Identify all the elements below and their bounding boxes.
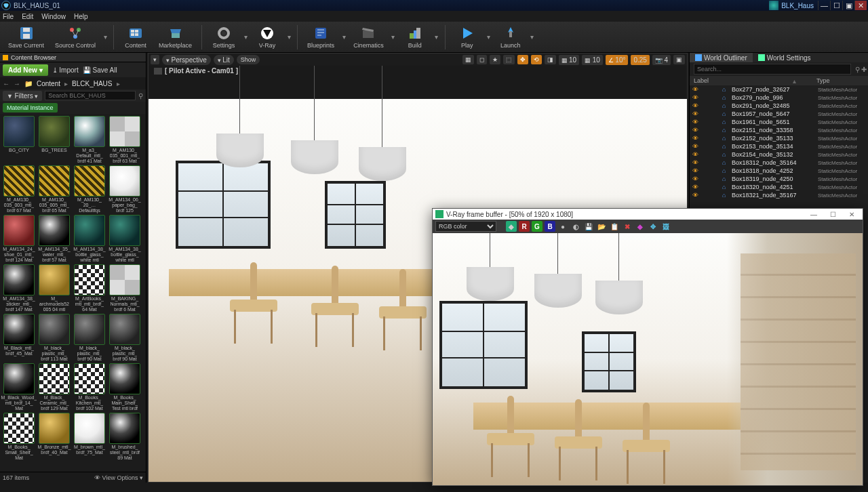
- asset-item[interactable]: BG_CITY: [2, 116, 36, 164]
- camera-speed-button[interactable]: 📷 4: [652, 55, 671, 65]
- visibility-icon[interactable]: 👁: [692, 127, 699, 134]
- asset-item[interactable]: M_a3_ Default_mtl_ brdf 41 Mat: [73, 116, 106, 164]
- bookmark-button[interactable]: ★: [490, 55, 500, 64]
- visibility-icon[interactable]: 👁: [692, 159, 699, 166]
- crumb-content[interactable]: Content: [37, 80, 60, 87]
- visibility-icon[interactable]: 👁: [692, 143, 699, 150]
- build-button[interactable]: Build: [399, 23, 431, 52]
- outliner-row[interactable]: 👁⌂Box2153_node_35134StaticMeshActor: [690, 142, 868, 150]
- outliner-row[interactable]: 👁⌂Box18318_node_4252StaticMeshActor: [690, 167, 868, 175]
- visibility-icon[interactable]: 👁: [692, 151, 699, 158]
- outliner-row[interactable]: 👁⌂Box18312_node_35164StaticMeshActor: [690, 159, 868, 167]
- view-options-button[interactable]: 👁 View Options ▾: [94, 474, 143, 481]
- search-icon[interactable]: ⚲: [138, 92, 143, 100]
- minimize-button[interactable]: —: [818, 1, 830, 10]
- outliner-row[interactable]: 👁⌂Box18320_node_4251StaticMeshActor: [690, 183, 868, 191]
- asset-item[interactable]: M_ archmodels52 005 04 mtl: [37, 264, 71, 312]
- settings-dropdown[interactable]: ▾: [243, 23, 248, 52]
- vfb-channel-select[interactable]: RGB color: [435, 221, 496, 232]
- show-button[interactable]: Show: [237, 55, 260, 64]
- asset-item[interactable]: M_BAKING_ Normals_mtl_ brdf 6 Mat: [108, 264, 142, 312]
- source-control-button[interactable]: Source Control: [51, 23, 100, 52]
- viewport-max-button[interactable]: ▣: [673, 55, 685, 64]
- asset-item[interactable]: M_brown_mtl_ brdf_75_Mat: [73, 413, 106, 461]
- search-icon[interactable]: ⚲: [855, 66, 860, 73]
- asset-item[interactable]: M_AM134_35_ water_mtl_ brdf 57 Mat: [37, 215, 71, 263]
- visibility-icon[interactable]: 👁: [692, 167, 699, 174]
- immersive-button[interactable]: ◻: [477, 55, 487, 64]
- asset-item[interactable]: M_Bronze_mtl_ brdf_40_Mat: [37, 413, 71, 461]
- outliner-row[interactable]: 👁⌂Box2151_node_33358StaticMeshActor: [690, 126, 868, 134]
- eject-icon[interactable]: [154, 68, 162, 75]
- nav-back-icon[interactable]: ←: [3, 80, 9, 87]
- asset-item[interactable]: M_AM134_38_ bottle_glass_ white mtl: [73, 215, 106, 263]
- asset-item[interactable]: M_AM130_ 20_… Defaultfqs: [73, 165, 106, 213]
- nav-fwd-icon[interactable]: →: [14, 80, 20, 87]
- asset-item[interactable]: M_AM130_ 035_001_mtl_ brdf 63 Mat: [108, 116, 142, 164]
- vfb-region-button[interactable]: ✥: [648, 221, 658, 232]
- marketplace-button[interactable]: Marketplace: [155, 23, 196, 52]
- tab-world-settings[interactable]: World Settings: [753, 53, 816, 62]
- vfb-clear-button[interactable]: ✖: [622, 221, 633, 232]
- menu-help[interactable]: Help: [74, 13, 88, 20]
- asset-item[interactable]: BG_TREES: [37, 116, 71, 164]
- visibility-icon[interactable]: 👁: [692, 192, 699, 199]
- outliner-row[interactable]: 👁⌂Box279_node_996StaticMeshActor: [690, 94, 868, 102]
- visibility-icon[interactable]: 👁: [692, 176, 699, 182]
- vfb-copy-button[interactable]: 📋: [609, 221, 620, 232]
- asset-item[interactable]: M_AM134_38_ bottle_glass_ white mtl: [108, 215, 142, 263]
- vfb-maximize-button[interactable]: ☐: [825, 209, 841, 219]
- select-button[interactable]: ⬚: [503, 55, 515, 64]
- col-type[interactable]: Type: [816, 77, 864, 84]
- vfb-save-button[interactable]: 💾: [583, 221, 594, 232]
- asset-item[interactable]: M_AM130_ 035_005_mtl_ brdf 65 Mat: [37, 165, 71, 213]
- build-dropdown[interactable]: ▾: [434, 23, 439, 52]
- asset-item[interactable]: M_Books_ Main_Shelf_ Test mtl brdf: [108, 363, 142, 411]
- asset-item[interactable]: M_AM134_06_ paper_bag_ brdf 125: [108, 165, 142, 213]
- asset-item[interactable]: M_Black_mtl_ brdf_45_Mat: [2, 314, 36, 362]
- snap-grid-button[interactable]: ▦ 10: [559, 55, 580, 65]
- maximize2-button[interactable]: ▣: [842, 1, 854, 10]
- snap-grid2-button[interactable]: ▦ 10: [582, 55, 603, 65]
- visibility-icon[interactable]: 👁: [692, 135, 699, 142]
- translate-button[interactable]: ✥: [517, 55, 528, 64]
- asset-item[interactable]: M_Books_ Small_Shelf_ Mat: [2, 413, 36, 461]
- outliner-row[interactable]: 👁⌂Box2152_node_35133StaticMeshActor: [690, 134, 868, 142]
- save-all-button[interactable]: 💾 Save All: [83, 66, 117, 74]
- outliner-row[interactable]: 👁⌂Box18321_node_35167StaticMeshActor: [690, 191, 868, 199]
- launch-button[interactable]: Launch: [494, 23, 527, 52]
- maximize-button[interactable]: ☐: [830, 1, 842, 10]
- menu-file[interactable]: File: [3, 13, 14, 20]
- close-button[interactable]: ✕: [854, 1, 867, 10]
- perspective-button[interactable]: ▾ Perspective: [162, 55, 211, 65]
- vfb-link-button[interactable]: ◆: [635, 221, 646, 232]
- vfb-render-view[interactable]: [433, 233, 863, 485]
- visibility-icon[interactable]: 👁: [692, 110, 699, 117]
- play-button[interactable]: Play: [451, 23, 484, 52]
- asset-item[interactable]: M_Black_Wood_ mtl_brdf_14_ Mat: [2, 363, 36, 411]
- visibility-icon[interactable]: 👁: [692, 94, 699, 101]
- vfb-r-button[interactable]: R: [519, 221, 530, 232]
- asset-item[interactable]: M_AM134_24_ shoe_01_mtl_ brdf 124 Mat: [2, 215, 36, 263]
- asset-item[interactable]: M_black_ plastic_mtl_ brdf 113 Mat: [37, 314, 71, 362]
- filter-chip[interactable]: Material Instance: [3, 103, 58, 112]
- folder-tree-icon[interactable]: 📁: [24, 80, 33, 87]
- play-dropdown[interactable]: ▾: [486, 23, 492, 52]
- outliner-row[interactable]: 👁⌂Box1957_node_5647StaticMeshActor: [690, 110, 868, 118]
- save-button[interactable]: Save Current: [4, 23, 48, 52]
- outliner-search-input[interactable]: [694, 64, 851, 75]
- snap-scale-button[interactable]: 0.25: [631, 55, 649, 65]
- blueprints-button[interactable]: Blueprints: [303, 23, 338, 52]
- rotate-button[interactable]: ⟲: [531, 55, 542, 64]
- asset-item[interactable]: M_brushed_ steel_mtl_brdf 89 Mat: [108, 413, 142, 461]
- outliner-row[interactable]: 👁⌂Box291_node_32485StaticMeshActor: [690, 102, 868, 110]
- asset-item[interactable]: M_black_ plastic_mtl_ brdf 90 Mat: [108, 314, 142, 362]
- game-view-button[interactable]: ▦: [462, 55, 474, 64]
- outliner-row[interactable]: 👁⌂Box277_node_32627StaticMeshActor: [690, 85, 868, 94]
- launch-dropdown[interactable]: ▾: [530, 23, 535, 52]
- settings-button[interactable]: Settings: [208, 23, 240, 52]
- visibility-icon[interactable]: 👁: [692, 119, 699, 125]
- vfb-close-button[interactable]: ✕: [844, 209, 860, 219]
- blueprints-dropdown[interactable]: ▾: [341, 23, 347, 52]
- vray-frame-buffer-window[interactable]: V-Ray frame buffer - [50% of 1920 x 1080…: [432, 208, 863, 486]
